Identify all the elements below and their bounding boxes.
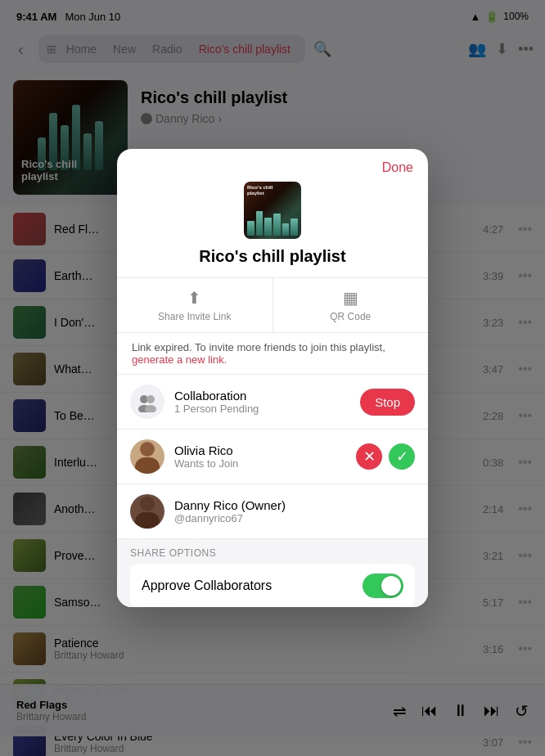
collaboration-name: Collaboration (174, 389, 350, 403)
share-invite-link-button[interactable]: ⬆ Share Invite Link (117, 278, 273, 332)
danny-row: Danny Rico (Owner) @dannyrico67 (117, 484, 428, 539)
qr-code-label: QR Code (330, 311, 371, 322)
qr-code-button[interactable]: ▦ QR Code (273, 278, 429, 332)
share-options-label: SHARE OPTIONS (130, 547, 415, 559)
olivia-sub: Wants to Join (174, 457, 346, 470)
olivia-action-buttons: ✕ ✓ (356, 443, 415, 470)
link-expired-notice: Link expired. To invite more friends to … (117, 333, 428, 374)
done-button[interactable]: Done (382, 160, 413, 175)
olivia-row: Olivia Rico Wants to Join ✕ ✓ (117, 430, 428, 484)
reject-button[interactable]: ✕ (356, 443, 382, 470)
collaboration-modal: Done Rico's chillplaylist Rico's chill p… (117, 149, 428, 607)
modal-playlist-artwork: Rico's chillplaylist (244, 182, 301, 239)
collaboration-row: Collaboration 1 Person Pending Stop (117, 375, 428, 430)
share-invite-label: Share Invite Link (158, 311, 231, 322)
collaboration-info: Collaboration 1 Person Pending (174, 389, 350, 415)
link-expired-text: Link expired. To invite more friends to … (132, 341, 385, 353)
olivia-info: Olivia Rico Wants to Join (174, 443, 346, 470)
collaboration-sub: 1 Person Pending (174, 403, 350, 415)
share-buttons-row: ⬆ Share Invite Link ▦ QR Code (117, 277, 428, 333)
approve-collaborators-label: Approve Collaborators (142, 578, 363, 593)
svg-point-1 (146, 395, 155, 403)
olivia-name: Olivia Rico (174, 443, 346, 457)
approve-button[interactable]: ✓ (389, 443, 415, 470)
collaboration-section: Collaboration 1 Person Pending Stop Oliv… (117, 374, 428, 539)
share-invite-icon: ⬆ (187, 288, 201, 308)
qr-code-icon: ▦ (343, 288, 358, 308)
collaboration-avatar (130, 385, 164, 419)
approve-collaborators-toggle[interactable] (363, 574, 403, 598)
generate-new-link[interactable]: generate a new link. (132, 353, 227, 366)
toggle-knob (381, 576, 401, 596)
danny-sub: @dannyrico67 (174, 512, 415, 524)
modal-header: Done (117, 149, 428, 175)
danny-name: Danny Rico (Owner) (174, 498, 415, 512)
modal-playlist-title: Rico's chill playlist (199, 247, 345, 266)
modal-artwork-area: Rico's chillplaylist Rico's chill playli… (117, 175, 428, 277)
approve-collaborators-row: Approve Collaborators (130, 564, 415, 607)
modal-overlay: Done Rico's chillplaylist Rico's chill p… (0, 0, 545, 756)
stop-button[interactable]: Stop (360, 389, 415, 416)
danny-info: Danny Rico (Owner) @dannyrico67 (174, 498, 415, 524)
olivia-avatar (130, 439, 164, 474)
danny-avatar (130, 494, 164, 529)
share-options-section: SHARE OPTIONS Approve Collaborators (117, 539, 428, 607)
